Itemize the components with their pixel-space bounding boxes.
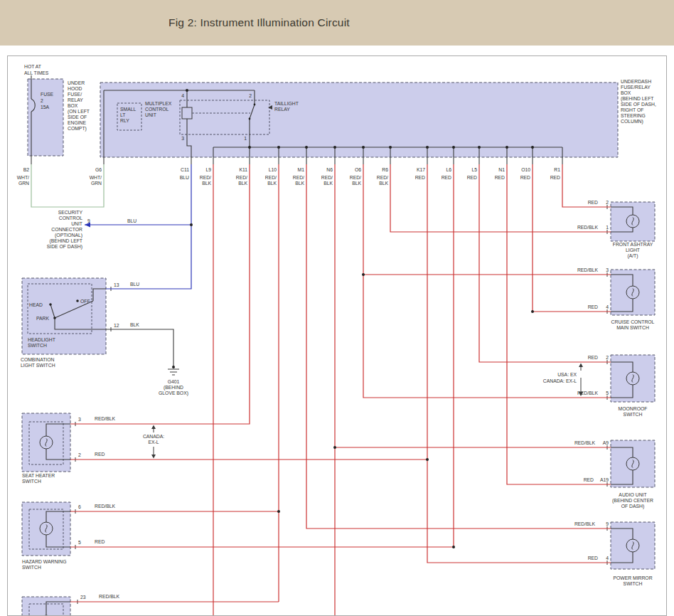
- junction-dots: [49, 89, 534, 548]
- connector-id: O6: [355, 167, 361, 172]
- small-relay-label: SMALL: [120, 107, 137, 112]
- red-wires: [70, 164, 611, 615]
- connector-id: N6: [326, 167, 333, 172]
- component-label: SWITCH: [624, 412, 643, 417]
- figure-title: Fig 2: Instrument Illumination Circuit: [168, 0, 350, 46]
- pin-number: 5: [78, 540, 81, 545]
- component-label: SEAT HEATER: [22, 473, 55, 478]
- wire-color-label: RED/: [350, 175, 361, 180]
- multiplex-label: MULTIPLEX: [145, 101, 172, 106]
- multiplex-label: CONTROL: [145, 107, 168, 112]
- hot-label: HOT AT: [24, 64, 41, 69]
- wire-color-label: BLK: [379, 181, 388, 186]
- fuse-label: 2: [41, 98, 43, 103]
- multiplex-label: UNIT: [145, 112, 156, 117]
- wire-color-label: RED: [95, 452, 105, 457]
- underdash-fuse-relay-box: [100, 83, 618, 157]
- wire-color-label: BLK: [202, 181, 211, 186]
- wire-color-label: RED: [588, 355, 598, 360]
- wire-color-label: RED/: [377, 175, 388, 180]
- underdash-label: (BEHIND LEFT: [621, 96, 653, 102]
- diagram-frame: HOT AT ALL TIMES FUSE 2 15A UNDER HOOD F…: [7, 55, 667, 616]
- ground-g401: G401 (BEHIND GLOVE BOX): [159, 379, 188, 396]
- connector-id: L5: [471, 167, 477, 172]
- underhood-label: (ON LEFT: [68, 109, 90, 115]
- pin-number: 9: [606, 521, 609, 526]
- wire-color-label: GRN: [18, 181, 29, 186]
- component-label: (A/T): [627, 253, 638, 259]
- pin-number: 4: [606, 556, 609, 561]
- underhood-label: FUSE/: [68, 92, 82, 97]
- wire-color-label: WHT/: [17, 175, 29, 180]
- wire-red-l5-moonroof2: [479, 164, 611, 362]
- pin-number: 2: [606, 200, 609, 205]
- underhood-label: UNDER: [68, 80, 85, 85]
- wire-color-label: RED/BLK: [574, 521, 596, 526]
- pin-number: 1: [606, 225, 609, 230]
- wire-color-label: RED: [95, 539, 105, 544]
- connector-id: G6: [95, 167, 102, 172]
- underdash-label: FUSE/RELAY: [621, 85, 651, 90]
- underdash-label: STEERING: [621, 113, 646, 118]
- wire-color-label: RED/: [321, 175, 333, 180]
- connector-id: N1: [498, 167, 505, 172]
- security-label: CONNECTOR: [51, 227, 82, 232]
- wire-color-label: RED/BLK: [99, 594, 120, 599]
- wire-color-label: BLK: [267, 181, 277, 186]
- component-label: FRONT ASHTRAY: [613, 242, 653, 247]
- wire-color-label: RED: [442, 175, 451, 180]
- connector-id: K11: [239, 167, 247, 172]
- pin-number: 4: [606, 304, 609, 309]
- wire-color-label: RED/BLK: [95, 416, 116, 421]
- wire-whtgrn-b2-g6: [31, 164, 104, 207]
- pin-number: A9: [603, 440, 609, 445]
- relay-pin-number: 3: [181, 136, 184, 141]
- wire-red-o10-cruise4: [533, 164, 611, 312]
- ground-label: (BEHIND: [164, 385, 183, 391]
- underdash-label: BOX: [621, 90, 631, 95]
- small-relay-label: LT: [120, 112, 125, 117]
- wire-color-label: BLU: [127, 218, 137, 223]
- hot-label: ALL TIMES: [24, 70, 49, 75]
- small-relay-label: RLY: [120, 118, 129, 123]
- security-label: SIDE OF DASH): [47, 244, 82, 250]
- bottom-partial-component: 23 RED/BLK: [80, 594, 120, 600]
- relay-pin-number: 1: [244, 136, 247, 141]
- switch-position-label: HEAD: [29, 302, 43, 307]
- variant-note: CANADA: EX-L: [543, 378, 577, 383]
- underhood-label: COMPT): [68, 126, 87, 132]
- relay-pin-number: 4: [181, 93, 184, 98]
- component-label: HAZARD WARNING: [22, 559, 66, 564]
- wire-color-label: RED: [588, 200, 598, 205]
- underhood-fuse-box: [28, 79, 63, 156]
- component-label: POWER MIRROR: [613, 575, 652, 580]
- component-sublabel: LIGHT SWITCH: [21, 363, 55, 368]
- variant-note: USA: EX: [557, 372, 577, 377]
- wire-color-label: RED/BLK: [574, 440, 596, 445]
- wire-color-label: RED/BLK: [577, 267, 599, 272]
- connector-id: R6: [382, 167, 388, 172]
- pin-number: 6: [78, 504, 81, 509]
- pin-number: 3: [606, 267, 609, 272]
- underdash-label: UNDERDASH: [621, 79, 651, 84]
- wire-color-label: RED/: [293, 175, 304, 180]
- underhood-label: BOX: [68, 103, 78, 108]
- ground-symbol: [168, 369, 179, 375]
- underdash-label: COLUMN): [621, 119, 643, 124]
- wire-color-label: RED: [520, 175, 530, 180]
- underhood-label: ENGINE: [68, 120, 87, 125]
- pin-number: 5: [606, 391, 609, 395]
- wiring-diagram: HOT AT ALL TIMES FUSE 2 15A UNDER HOOD F…: [8, 56, 666, 615]
- wire-color-label: RED/: [265, 175, 277, 180]
- wire-color-label: RED: [467, 175, 477, 180]
- wire-color-label: BLK: [238, 181, 247, 186]
- pin-number: 12: [114, 323, 119, 328]
- wire-color-label: BLK: [130, 322, 139, 327]
- ground-label: GLOVE BOX): [159, 391, 188, 396]
- relay-pin-number: 2: [249, 93, 252, 98]
- switch-position-label: OFF: [80, 299, 90, 304]
- underdash-label: RIGHT OF: [621, 107, 643, 112]
- wire-color-label: BLK: [295, 181, 304, 186]
- wire-color-label: GRN: [91, 181, 102, 186]
- security-label: CONTROL: [59, 216, 82, 221]
